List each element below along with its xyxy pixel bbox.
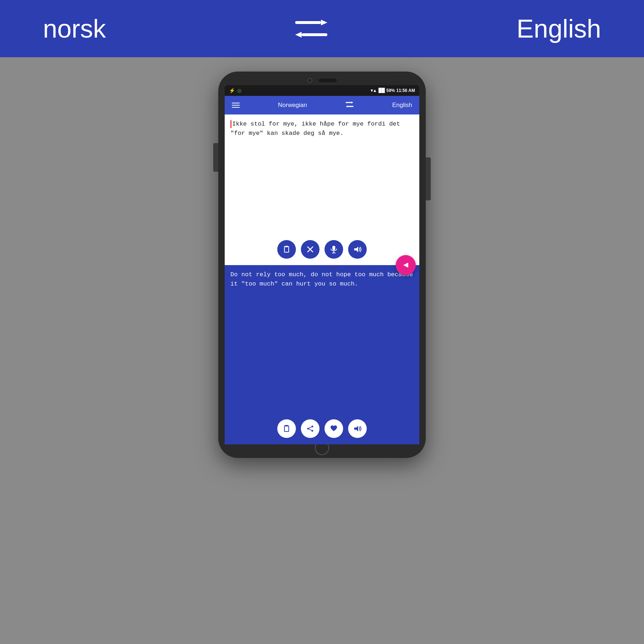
status-bar-left: ⚡ ◎ <box>229 88 241 93</box>
output-action-buttons <box>230 416 414 441</box>
svg-point-21 <box>312 430 313 432</box>
svg-line-22 <box>309 427 312 428</box>
svg-rect-12 <box>332 246 335 250</box>
clear-button[interactable] <box>301 240 319 259</box>
svg-rect-6 <box>348 106 353 107</box>
heart-icon <box>330 425 338 432</box>
hamburger-line-1 <box>232 103 240 103</box>
svg-rect-17 <box>284 426 289 431</box>
status-bar-right: ▾▲ ▉▉ 59% 11:56 AM <box>371 88 415 93</box>
svg-line-23 <box>309 429 312 430</box>
output-text-display: Do not rely too much, do not hope too mu… <box>230 270 414 416</box>
svg-marker-7 <box>346 105 348 107</box>
phone-screen: ⚡ ◎ ▾▲ ▉▉ 59% 11:56 AM Norwegian <box>225 85 419 444</box>
copy-button-output[interactable] <box>277 419 296 438</box>
battery-text: 59% <box>386 88 395 93</box>
toolbar-source-lang[interactable]: Norwegian <box>278 102 307 109</box>
hamburger-line-3 <box>232 107 240 108</box>
phone-wrapper: ⚡ ◎ ▾▲ ▉▉ 59% 11:56 AM Norwegian <box>218 72 426 458</box>
input-text-display: Ikke stol for mye, ikke håpe for mye for… <box>230 119 414 236</box>
mic-button[interactable] <box>325 240 343 259</box>
front-camera <box>307 78 312 83</box>
status-bar: ⚡ ◎ ▾▲ ▉▉ 59% 11:56 AM <box>225 85 419 96</box>
svg-marker-5 <box>351 101 353 103</box>
speaker-icon <box>353 246 361 253</box>
speaker-button-input[interactable] <box>348 240 367 259</box>
gps-icon: ◎ <box>237 88 241 93</box>
clipboard-icon <box>283 245 291 253</box>
text-cursor <box>230 120 231 128</box>
svg-point-20 <box>307 428 309 430</box>
svg-point-19 <box>312 426 313 428</box>
copy-icon <box>283 425 291 433</box>
svg-marker-24 <box>354 426 358 431</box>
svg-rect-2 <box>302 33 327 36</box>
speaker-button-output[interactable] <box>348 419 367 438</box>
signal-icon: ▉▉ <box>379 88 385 93</box>
speaker-icon-output <box>353 425 361 432</box>
input-area[interactable]: Ikke stol for mye, ikke håpe for mye for… <box>225 114 419 265</box>
send-icon <box>402 261 410 269</box>
top-banner: norsk English <box>0 0 644 57</box>
svg-rect-0 <box>295 21 321 24</box>
banner-swap-icon[interactable] <box>293 14 329 43</box>
app-toolbar: Norwegian English <box>225 96 419 114</box>
banner-target-lang[interactable]: English <box>517 14 601 43</box>
wifi-icon: ▾▲ <box>371 88 377 93</box>
phone-home-area <box>225 444 419 452</box>
close-icon <box>307 246 313 253</box>
svg-rect-8 <box>284 247 289 252</box>
hamburger-line-2 <box>232 105 240 106</box>
banner-source-lang[interactable]: norsk <box>43 14 106 43</box>
output-area: Do not rely too much, do not hope too mu… <box>225 265 419 444</box>
hamburger-menu[interactable] <box>232 103 240 108</box>
toolbar-target-lang[interactable]: English <box>392 102 412 109</box>
phone-device: ⚡ ◎ ▾▲ ▉▉ 59% 11:56 AM Norwegian <box>218 72 426 458</box>
share-icon <box>307 425 314 432</box>
input-action-buttons <box>230 236 414 262</box>
usb-icon: ⚡ <box>229 88 235 93</box>
clipboard-button[interactable] <box>277 240 296 259</box>
toolbar-swap-icon[interactable] <box>345 101 354 109</box>
phone-camera-area <box>225 78 419 85</box>
speaker-grille <box>319 79 337 82</box>
svg-marker-16 <box>403 263 408 268</box>
svg-marker-15 <box>354 247 358 252</box>
time-display: 11:56 AM <box>396 88 415 93</box>
svg-marker-1 <box>321 20 327 25</box>
svg-rect-4 <box>346 102 351 103</box>
translate-button[interactable] <box>396 255 416 275</box>
input-text-content: Ikke stol for mye, ikke håpe for mye for… <box>230 121 400 137</box>
favorite-button-output[interactable] <box>325 419 343 438</box>
svg-rect-18 <box>285 425 288 426</box>
svg-rect-9 <box>285 246 288 247</box>
mic-icon <box>330 245 337 253</box>
svg-marker-3 <box>295 32 302 38</box>
share-button-output[interactable] <box>301 419 319 438</box>
